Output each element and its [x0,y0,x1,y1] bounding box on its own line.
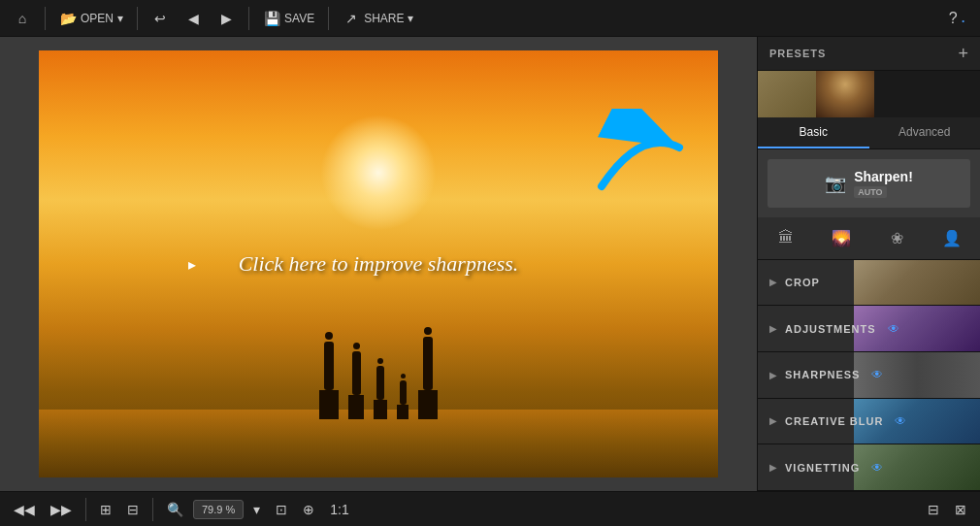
section-crop[interactable]: ▶ CROP [758,260,980,307]
tab-advanced[interactable]: Advanced [869,117,981,148]
tool-icon-landscape[interactable]: 🌄 [813,221,868,255]
section-adjustments[interactable]: ▶ ADJUSTMENTS 👁 [758,306,980,352]
export-button[interactable]: ⊟ [922,498,945,521]
zoom-fit-icon: ⊡ [276,502,287,517]
share-label: SHARE [364,12,404,25]
folder-icon: 📂 [59,10,77,27]
adjustments-label: ADJUSTMENTS [785,323,876,335]
nav-next-icon: ▶▶ [50,502,72,517]
tool-icon-person[interactable]: 👤 [925,221,980,255]
image-canvas[interactable]: Click here to improve sharpness. ▸ [39,50,718,477]
cursor-indicator: ▸ [188,255,196,274]
zoom-in-icon: ⊕ [303,502,314,517]
tool-icon-buildings[interactable]: 🏛 [758,221,813,255]
open-dropdown-arrow: ▾ [117,12,123,25]
nav-prev-icon: ◀◀ [14,502,35,517]
home-button[interactable]: ⌂ [8,6,37,31]
help-dot: • [962,16,964,25]
section-vignetting[interactable]: ▶ VIGNETTING 👁 [758,444,980,491]
sharpen-label: Sharpen! [854,169,913,184]
crop-label: CROP [785,277,820,288]
tool-icon-flower[interactable]: ❀ [869,221,925,255]
top-toolbar: ⌂ 📂 OPEN ▾ ↩ ◀ ▶ 💾 SAVE ↗ SHARE ▾ ? • [0,0,980,37]
vignetting-eye-icon[interactable]: 👁 [871,461,883,475]
sharpness-eye-icon[interactable]: 👁 [871,368,883,381]
overlay-text: Click here to improve sharpness. [239,251,519,277]
creative-blur-label: CREATIVE BLUR [785,415,883,427]
share-icon: ↗ [343,10,360,27]
share-dropdown-arrow: ▾ [408,12,413,25]
vignetting-section-content: ▶ VIGNETTING 👁 [758,461,895,475]
silhouette-figures [319,327,438,419]
sun-effect [320,115,437,231]
auto-badge: AUTO [854,186,886,198]
zoom-actual-button[interactable]: 1:1 [324,498,354,521]
view-grid-button[interactable]: ⊞ [94,498,117,521]
zoom-in-button[interactable]: ⊕ [297,498,320,521]
zoom-level[interactable]: 79.9 % [193,500,244,519]
help-icon: ? [949,10,958,26]
add-preset-button[interactable]: + [958,45,968,62]
fullscreen-icon: ⊠ [955,502,966,517]
right-panel: PRESETS + Basic Advanced 📷 Sharpen! AUTO [757,37,980,491]
image-background: Click here to improve sharpness. ▸ [39,50,718,477]
adjustments-eye-icon[interactable]: 👁 [888,322,899,336]
crop-expand-arrow: ▶ [769,277,777,287]
sharpness-expand-arrow: ▶ [769,370,777,380]
presets-label: PRESETS [769,48,826,59]
separator-4 [328,7,329,30]
export-icon: ⊟ [928,502,939,517]
panel-tabs: Basic Advanced [758,117,980,149]
bottom-sep-1 [85,498,86,521]
main-content: Click here to improve sharpness. ▸ PRESE [0,37,980,491]
tab-basic[interactable]: Basic [758,117,869,148]
sharpen-section: 📷 Sharpen! AUTO [758,149,980,217]
canvas-area: Click here to improve sharpness. ▸ [0,37,757,491]
zoom-out-button[interactable]: 🔍 [161,498,189,521]
bottom-sep-2 [152,498,153,521]
sharpness-section-content: ▶ SHARPNESS 👁 [758,368,895,381]
presets-header: PRESETS + [758,37,980,71]
zoom-dropdown-icon: ▾ [253,502,260,517]
sharpen-button[interactable]: 📷 Sharpen! AUTO [768,159,970,208]
section-sharpness[interactable]: ▶ SHARPNESS 👁 [758,352,980,399]
camera-icon: 📷 [825,173,846,194]
adjustments-expand-arrow: ▶ [769,323,777,334]
creative-blur-eye-icon[interactable]: 👁 [895,414,906,428]
zoom-fit-button[interactable]: ⊡ [270,498,293,521]
undo-icon: ↩ [151,10,169,27]
preset-thumb-2[interactable] [816,71,874,117]
share-button[interactable]: ↗ SHARE ▾ [337,6,419,31]
vignetting-label: VIGNETTING [785,462,860,474]
zoom-dropdown-button[interactable]: ▾ [247,498,266,521]
separator-2 [137,7,138,30]
tool-icons-row: 🏛 🌄 ❀ 👤 [758,217,980,260]
open-button[interactable]: 📂 OPEN ▾ [53,6,129,31]
vignetting-expand-arrow: ▶ [769,462,777,473]
sharpness-label: SHARPNESS [785,369,860,380]
undo-button[interactable]: ↩ [146,6,175,31]
nav-next-button[interactable]: ▶▶ [45,498,78,521]
section-creative-blur[interactable]: ▶ CREATIVE BLUR 👁 [758,399,980,445]
separator-3 [248,7,249,30]
view-grid-icon: ⊞ [100,502,112,517]
adjustments-section-content: ▶ ADJUSTMENTS 👁 [758,322,911,336]
crop-thumbnail [854,260,980,307]
redo-back-button[interactable]: ◀ [179,6,208,31]
fullscreen-button[interactable]: ⊠ [949,498,972,521]
help-button[interactable]: ? • [941,6,972,31]
creative-blur-expand-arrow: ▶ [769,415,777,426]
home-icon: ⌂ [14,10,31,27]
view-single-button[interactable]: ⊟ [121,498,145,521]
save-button[interactable]: 💾 SAVE [257,6,320,31]
preset-thumb-1[interactable] [758,71,816,117]
preset-strip [758,71,980,117]
annotation-arrow [582,109,699,206]
redo-forward-icon: ▶ [217,10,235,27]
zoom-out-icon: 🔍 [167,502,183,517]
redo-forward-button[interactable]: ▶ [212,6,241,31]
nav-prev-button[interactable]: ◀◀ [8,498,41,521]
zoom-actual-icon: 1:1 [330,502,348,517]
save-label: SAVE [284,12,314,25]
redo-back-icon: ◀ [184,10,202,27]
